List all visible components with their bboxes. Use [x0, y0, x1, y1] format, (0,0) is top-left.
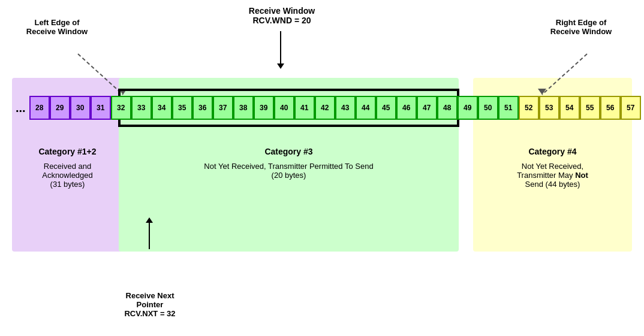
cell-46: 46	[396, 96, 417, 120]
cat4-desc: Not Yet Received,Transmitter May NotSend…	[473, 162, 632, 189]
rcv-window-title: Receive Window	[222, 6, 342, 16]
cell-33: 33	[131, 96, 152, 120]
cell-35: 35	[172, 96, 192, 120]
cell-29: 29	[50, 96, 70, 120]
rcv-window-value: RCV.WND = 20	[222, 16, 342, 25]
svg-line-0	[78, 54, 123, 95]
cat3-label: Category #3	[119, 147, 459, 156]
cell-57: 57	[621, 96, 641, 120]
ellipsis-left: ...	[12, 101, 29, 115]
sequence-row: ... 28 29 30 31 32 33 34 35 36 37 38 39 …	[12, 93, 632, 123]
cell-38: 38	[233, 96, 254, 120]
svg-line-2	[542, 54, 587, 95]
cell-53: 53	[539, 96, 559, 120]
cell-45: 45	[376, 96, 396, 120]
right-edge-dashed-arrow	[533, 42, 629, 96]
cell-47: 47	[417, 96, 437, 120]
cell-34: 34	[152, 96, 172, 120]
cat12-label: Category #1+2	[12, 147, 123, 156]
cell-42: 42	[315, 96, 335, 120]
cell-39: 39	[254, 96, 274, 120]
left-edge-label: Left Edge ofReceive Window	[18, 18, 96, 36]
cell-54: 54	[559, 96, 580, 120]
cell-48: 48	[437, 96, 458, 120]
cat4-label: Category #4	[473, 147, 632, 156]
cell-28: 28	[29, 96, 50, 120]
cell-55: 55	[580, 96, 600, 120]
cell-41: 41	[294, 96, 315, 120]
cell-50: 50	[478, 96, 498, 120]
cell-51: 51	[498, 96, 519, 120]
rcv-nxt-label: Receive NextPointerRCV.NXT = 32	[111, 291, 189, 318]
cat12-desc: Received andAcknowledged(31 bytes)	[12, 162, 123, 189]
cell-52: 52	[519, 96, 539, 120]
ellipsis-right: ...	[641, 101, 644, 115]
diagram-container: Receive Window RCV.WND = 20 Left Edge of…	[0, 0, 644, 336]
rcv-window-arrow	[280, 31, 281, 64]
right-edge-label: Right Edge of Receive Window	[536, 18, 626, 36]
cell-40: 40	[274, 96, 294, 120]
rcv-nxt-value: RCV.NXT = 32	[124, 309, 175, 318]
cell-32: 32	[111, 96, 131, 120]
cell-56: 56	[600, 96, 621, 120]
cell-43: 43	[335, 96, 356, 120]
cell-30: 30	[70, 96, 91, 120]
cat3-desc: Not Yet Received, Transmitter Permitted …	[119, 162, 459, 180]
cell-31: 31	[91, 96, 111, 120]
cell-44: 44	[356, 96, 376, 120]
left-edge-dashed-arrow	[36, 42, 132, 96]
rcv-window-label: Receive Window RCV.WND = 20	[222, 6, 342, 25]
rcv-nxt-arrow	[149, 222, 150, 249]
cell-37: 37	[213, 96, 233, 120]
cell-49: 49	[458, 96, 478, 120]
cell-36: 36	[192, 96, 213, 120]
right-edge-text: Right Edge of Receive Window	[550, 18, 612, 36]
